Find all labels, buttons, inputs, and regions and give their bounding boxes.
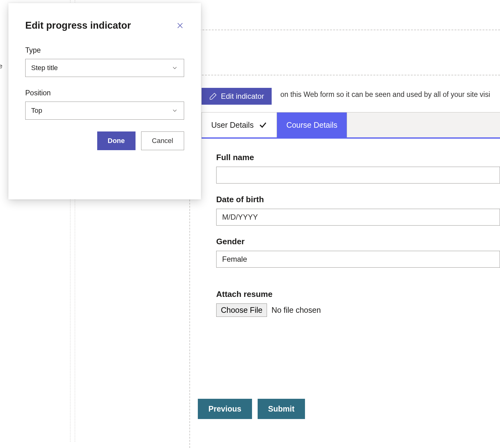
checkmark-icon	[259, 121, 267, 129]
chevron-down-icon	[171, 107, 178, 114]
tab-label: User Details	[211, 121, 254, 130]
tab-course-details[interactable]: Course Details	[277, 112, 347, 137]
cancel-button[interactable]: Cancel	[141, 131, 184, 150]
type-label: Type	[25, 46, 184, 55]
layout-guide	[193, 30, 500, 30]
edit-indicator-label: Edit indicator	[221, 92, 264, 101]
field-full-name: Full name	[216, 153, 500, 183]
edit-progress-indicator-popover: Edit progress indicator Type Step title …	[8, 3, 201, 199]
full-name-label: Full name	[216, 153, 500, 162]
resume-label: Attach resume	[216, 289, 500, 299]
previous-button[interactable]: Previous	[198, 399, 252, 419]
gender-select[interactable]: Female	[216, 251, 500, 268]
position-dropdown-value: Top	[31, 107, 42, 115]
edit-indicator-button[interactable]: Edit indicator	[202, 88, 272, 105]
dob-placeholder: M/D/YYYY	[222, 213, 258, 222]
cropped-text-fragment: e	[0, 62, 2, 70]
type-dropdown[interactable]: Step title	[25, 59, 184, 77]
field-gender: Gender Female	[216, 237, 500, 268]
chevron-down-icon	[171, 64, 178, 71]
choose-file-button[interactable]: Choose File	[216, 303, 267, 317]
field-resume: Attach resume Choose File No file chosen	[216, 289, 500, 317]
gender-label: Gender	[216, 237, 500, 246]
close-icon[interactable]	[176, 21, 184, 30]
form-preview: Full name Date of birth M/D/YYYY Gender …	[216, 153, 500, 328]
step-tabs: User Details Course Details	[202, 112, 500, 139]
type-dropdown-value: Step title	[31, 64, 58, 72]
gender-value: Female	[222, 255, 247, 264]
tab-user-details[interactable]: User Details	[202, 112, 277, 137]
field-dob: Date of birth M/D/YYYY	[216, 195, 500, 226]
preview-info-banner: on this Web form so it can be seen and u…	[280, 90, 500, 99]
popover-title: Edit progress indicator	[25, 20, 131, 31]
dob-label: Date of birth	[216, 195, 500, 204]
form-actions: Previous Submit	[198, 399, 305, 419]
submit-button[interactable]: Submit	[258, 399, 305, 419]
done-button[interactable]: Done	[97, 131, 136, 150]
tab-empty	[347, 112, 500, 137]
tab-label: Course Details	[286, 121, 337, 130]
position-label: Position	[25, 89, 184, 97]
dob-input[interactable]: M/D/YYYY	[216, 209, 500, 226]
position-dropdown[interactable]: Top	[25, 102, 184, 120]
pencil-icon	[209, 92, 217, 100]
no-file-text: No file chosen	[271, 306, 321, 315]
full-name-input[interactable]	[216, 167, 500, 183]
